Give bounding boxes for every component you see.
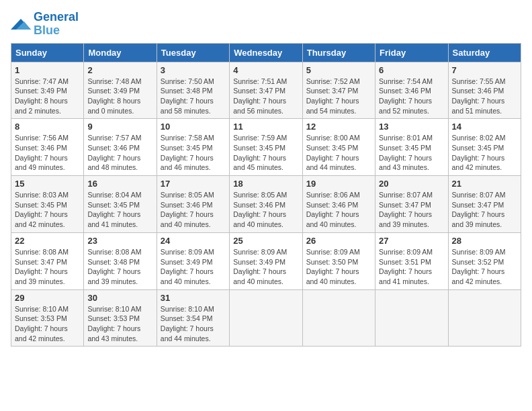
calendar-cell: 5Sunrise: 7:52 AMSunset: 3:47 PMDaylight… xyxy=(302,62,375,119)
calendar-cell: 9Sunrise: 7:57 AMSunset: 3:46 PMDaylight… xyxy=(84,119,157,176)
day-detail: Sunrise: 7:50 AMSunset: 3:48 PMDaylight:… xyxy=(161,77,214,115)
calendar-cell: 30Sunrise: 8:10 AMSunset: 3:53 PMDayligh… xyxy=(84,289,157,347)
day-detail: Sunrise: 7:54 AMSunset: 3:46 PMDaylight:… xyxy=(379,77,433,115)
calendar-body: 1Sunrise: 7:47 AMSunset: 3:49 PMDaylight… xyxy=(11,62,521,347)
calendar-cell: 2Sunrise: 7:48 AMSunset: 3:49 PMDaylight… xyxy=(84,62,157,119)
day-detail: Sunrise: 7:48 AMSunset: 3:49 PMDaylight:… xyxy=(87,77,141,115)
day-detail: Sunrise: 8:02 AMSunset: 3:45 PMDaylight:… xyxy=(452,134,506,171)
day-number: 21 xyxy=(452,179,517,189)
calendar-cell: 3Sunrise: 7:50 AMSunset: 3:48 PMDaylight… xyxy=(157,62,229,119)
weekday-header-sunday: Sunday xyxy=(11,43,84,62)
day-number: 2 xyxy=(87,65,152,75)
day-detail: Sunrise: 7:51 AMSunset: 3:47 PMDaylight:… xyxy=(233,77,287,115)
weekday-header-friday: Friday xyxy=(375,43,448,62)
calendar-cell: 10Sunrise: 7:58 AMSunset: 3:45 PMDayligh… xyxy=(157,119,229,176)
calendar-cell: 27Sunrise: 8:09 AMSunset: 3:51 PMDayligh… xyxy=(375,232,448,289)
calendar-cell xyxy=(448,289,521,347)
day-number: 29 xyxy=(15,293,80,303)
calendar-cell: 4Sunrise: 7:51 AMSunset: 3:47 PMDaylight… xyxy=(230,62,302,119)
day-number: 17 xyxy=(161,179,226,189)
day-number: 19 xyxy=(306,179,371,189)
day-detail: Sunrise: 8:09 AMSunset: 3:52 PMDaylight:… xyxy=(452,248,506,285)
day-number: 15 xyxy=(15,179,80,189)
day-number: 8 xyxy=(15,122,80,132)
calendar-week-2: 8Sunrise: 7:56 AMSunset: 3:46 PMDaylight… xyxy=(11,119,521,176)
calendar-cell: 16Sunrise: 8:04 AMSunset: 3:45 PMDayligh… xyxy=(84,176,157,233)
calendar-cell: 29Sunrise: 8:10 AMSunset: 3:53 PMDayligh… xyxy=(11,289,84,347)
day-number: 14 xyxy=(452,122,517,132)
day-detail: Sunrise: 8:09 AMSunset: 3:49 PMDaylight:… xyxy=(233,248,287,285)
day-number: 1 xyxy=(15,65,80,75)
calendar-cell: 31Sunrise: 8:10 AMSunset: 3:54 PMDayligh… xyxy=(157,289,229,347)
day-detail: Sunrise: 8:07 AMSunset: 3:47 PMDaylight:… xyxy=(379,191,433,228)
day-detail: Sunrise: 8:05 AMSunset: 3:46 PMDaylight:… xyxy=(233,191,287,228)
calendar-cell: 18Sunrise: 8:05 AMSunset: 3:46 PMDayligh… xyxy=(230,176,302,233)
calendar-cell xyxy=(302,289,375,347)
day-number: 28 xyxy=(452,236,517,246)
day-number: 13 xyxy=(379,122,444,132)
calendar-cell: 20Sunrise: 8:07 AMSunset: 3:47 PMDayligh… xyxy=(375,176,448,233)
calendar-cell: 28Sunrise: 8:09 AMSunset: 3:52 PMDayligh… xyxy=(448,232,521,289)
calendar-cell: 25Sunrise: 8:09 AMSunset: 3:49 PMDayligh… xyxy=(230,232,302,289)
calendar-cell: 7Sunrise: 7:55 AMSunset: 3:46 PMDaylight… xyxy=(448,62,521,119)
logo-icon xyxy=(11,16,31,32)
calendar-cell: 24Sunrise: 8:09 AMSunset: 3:49 PMDayligh… xyxy=(157,232,229,289)
page-header: General Blue xyxy=(11,11,521,38)
logo: General Blue xyxy=(11,11,79,38)
day-detail: Sunrise: 8:03 AMSunset: 3:45 PMDaylight:… xyxy=(15,191,69,228)
day-detail: Sunrise: 8:01 AMSunset: 3:45 PMDaylight:… xyxy=(379,134,433,171)
day-detail: Sunrise: 8:06 AMSunset: 3:46 PMDaylight:… xyxy=(306,191,360,228)
day-detail: Sunrise: 7:58 AMSunset: 3:45 PMDaylight:… xyxy=(161,134,214,171)
calendar-cell: 21Sunrise: 8:07 AMSunset: 3:47 PMDayligh… xyxy=(448,176,521,233)
day-number: 5 xyxy=(306,65,371,75)
calendar-week-3: 15Sunrise: 8:03 AMSunset: 3:45 PMDayligh… xyxy=(11,176,521,233)
calendar-cell: 15Sunrise: 8:03 AMSunset: 3:45 PMDayligh… xyxy=(11,176,84,233)
calendar-cell xyxy=(230,289,302,347)
calendar-cell: 1Sunrise: 7:47 AMSunset: 3:49 PMDaylight… xyxy=(11,62,84,119)
weekday-header-thursday: Thursday xyxy=(302,43,375,62)
day-number: 3 xyxy=(161,65,226,75)
calendar-header-row: SundayMondayTuesdayWednesdayThursdayFrid… xyxy=(11,43,521,62)
day-detail: Sunrise: 8:08 AMSunset: 3:48 PMDaylight:… xyxy=(87,248,141,285)
day-number: 30 xyxy=(87,293,152,303)
day-detail: Sunrise: 8:04 AMSunset: 3:45 PMDaylight:… xyxy=(87,191,141,228)
day-detail: Sunrise: 7:47 AMSunset: 3:49 PMDaylight:… xyxy=(15,77,69,115)
day-detail: Sunrise: 7:52 AMSunset: 3:47 PMDaylight:… xyxy=(306,77,360,115)
calendar-cell: 13Sunrise: 8:01 AMSunset: 3:45 PMDayligh… xyxy=(375,119,448,176)
day-number: 12 xyxy=(306,122,371,132)
day-detail: Sunrise: 8:09 AMSunset: 3:51 PMDaylight:… xyxy=(379,248,433,285)
calendar-cell: 17Sunrise: 8:05 AMSunset: 3:46 PMDayligh… xyxy=(157,176,229,233)
day-detail: Sunrise: 8:09 AMSunset: 3:49 PMDaylight:… xyxy=(161,248,214,285)
day-detail: Sunrise: 8:10 AMSunset: 3:54 PMDaylight:… xyxy=(161,305,214,342)
day-detail: Sunrise: 8:05 AMSunset: 3:46 PMDaylight:… xyxy=(161,191,214,228)
day-number: 7 xyxy=(452,65,517,75)
day-detail: Sunrise: 8:08 AMSunset: 3:47 PMDaylight:… xyxy=(15,248,69,285)
day-number: 27 xyxy=(379,236,444,246)
day-number: 24 xyxy=(161,236,226,246)
calendar-cell: 22Sunrise: 8:08 AMSunset: 3:47 PMDayligh… xyxy=(11,232,84,289)
calendar-cell: 26Sunrise: 8:09 AMSunset: 3:50 PMDayligh… xyxy=(302,232,375,289)
calendar-cell: 6Sunrise: 7:54 AMSunset: 3:46 PMDaylight… xyxy=(375,62,448,119)
day-number: 4 xyxy=(233,65,298,75)
day-number: 18 xyxy=(233,179,298,189)
day-number: 20 xyxy=(379,179,444,189)
day-number: 26 xyxy=(306,236,371,246)
calendar-week-5: 29Sunrise: 8:10 AMSunset: 3:53 PMDayligh… xyxy=(11,289,521,347)
calendar-cell: 19Sunrise: 8:06 AMSunset: 3:46 PMDayligh… xyxy=(302,176,375,233)
day-detail: Sunrise: 8:09 AMSunset: 3:50 PMDaylight:… xyxy=(306,248,360,285)
day-number: 16 xyxy=(87,179,152,189)
calendar-week-1: 1Sunrise: 7:47 AMSunset: 3:49 PMDaylight… xyxy=(11,62,521,119)
weekday-header-wednesday: Wednesday xyxy=(230,43,302,62)
day-number: 31 xyxy=(161,293,226,303)
calendar-week-4: 22Sunrise: 8:08 AMSunset: 3:47 PMDayligh… xyxy=(11,232,521,289)
weekday-header-tuesday: Tuesday xyxy=(157,43,229,62)
day-detail: Sunrise: 7:59 AMSunset: 3:45 PMDaylight:… xyxy=(233,134,287,171)
day-number: 23 xyxy=(87,236,152,246)
calendar-cell: 8Sunrise: 7:56 AMSunset: 3:46 PMDaylight… xyxy=(11,119,84,176)
day-detail: Sunrise: 7:57 AMSunset: 3:46 PMDaylight:… xyxy=(87,134,141,171)
day-detail: Sunrise: 8:00 AMSunset: 3:45 PMDaylight:… xyxy=(306,134,360,171)
day-number: 22 xyxy=(15,236,80,246)
day-detail: Sunrise: 8:10 AMSunset: 3:53 PMDaylight:… xyxy=(15,305,69,342)
weekday-header-monday: Monday xyxy=(84,43,157,62)
day-detail: Sunrise: 8:10 AMSunset: 3:53 PMDaylight:… xyxy=(87,305,141,342)
